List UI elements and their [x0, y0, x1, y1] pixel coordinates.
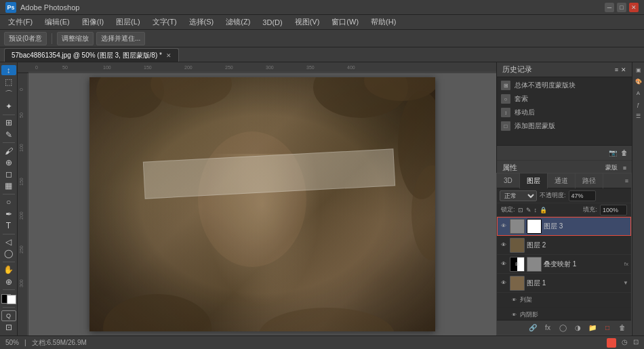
history-camera-icon[interactable]: 📷 [609, 149, 617, 157]
layers-panel-menu-icon[interactable]: ≡ [622, 178, 631, 184]
gradient-tool[interactable]: ▦ [1, 181, 16, 191]
toolbar-zoom-btn[interactable]: 调整缩放 [57, 32, 94, 45]
status-icon-2[interactable]: ◷ [622, 338, 628, 348]
history-item-1[interactable]: ○ 套索 [497, 92, 632, 106]
menu-view[interactable]: 视图(V) [289, 16, 325, 28]
layer-3-vis-icon[interactable]: 👁 [500, 222, 508, 230]
layer-item-2[interactable]: 👁 图层 2 [497, 236, 631, 255]
menu-image[interactable]: 图像(I) [77, 16, 109, 28]
foreground-background-colors[interactable] [1, 294, 16, 304]
lock-all-icon[interactable]: 🔒 [540, 207, 547, 213]
properties-panel-menu-icon[interactable]: ≡ [623, 165, 626, 171]
far-right-btn-5[interactable]: ☰ [634, 111, 643, 121]
status-icon-1[interactable] [607, 338, 616, 348]
history-title: 历史记录 [502, 64, 532, 75]
layers-link-btn[interactable]: 🔗 [528, 323, 538, 333]
status-zoom: 50% [5, 339, 19, 346]
layer-1-sub-1[interactable]: 👁 列架 [497, 293, 631, 308]
blend-mode-select[interactable]: 正常 [500, 190, 537, 201]
layer-item-1[interactable]: 👁 图层 1 ▼ [497, 274, 631, 293]
layer-1-sub-1-vis-icon[interactable]: 👁 [510, 296, 517, 304]
dodge-tool[interactable]: ○ [1, 197, 16, 207]
status-icon-3[interactable]: ⊡ [633, 338, 639, 348]
menu-help[interactable]: 帮助(H) [365, 16, 401, 28]
layer-item-smartobj[interactable]: 👁 ⊞ 叠变映射 1 fx [497, 255, 631, 274]
far-right-btn-1[interactable]: ▣ [634, 65, 643, 75]
layers-mask-btn[interactable]: ◯ [558, 323, 567, 333]
selection-tool[interactable]: ⬚ [1, 77, 16, 87]
menu-filter[interactable]: 滤镜(Z) [220, 16, 256, 28]
layers-adjustment-btn[interactable]: ◑ [573, 323, 582, 333]
menu-layer[interactable]: 图层(L) [110, 16, 145, 28]
menu-bar: 文件(F) 编辑(E) 图像(I) 图层(L) 文字(T) 选择(S) 滤镜(Z… [0, 15, 644, 30]
text-tool[interactable]: T [1, 220, 16, 230]
svg-text:250: 250 [225, 65, 233, 70]
layers-fx-btn[interactable]: fx [543, 323, 552, 333]
toolbar-preset-btn[interactable]: 预设(0者意 [4, 32, 47, 45]
eyedropper-tool[interactable]: ✎ [1, 129, 16, 140]
layers-new-btn[interactable]: □ [603, 323, 612, 333]
layer-1-expand-icon[interactable]: ▼ [623, 280, 628, 286]
history-trash-icon[interactable]: 🗑 [621, 149, 628, 157]
history-item-3[interactable]: □ 添加图层蒙版 [497, 119, 632, 133]
menu-window[interactable]: 窗口(W) [326, 16, 364, 28]
tab-paths[interactable]: 路径 [576, 173, 603, 188]
background-color[interactable] [7, 295, 16, 304]
far-right-btn-2[interactable]: 🎨 [634, 77, 643, 86]
tab-3d[interactable]: 3D [497, 173, 520, 188]
layer-1-sub-2-vis-icon[interactable]: 👁 [510, 311, 517, 319]
brush-tool[interactable]: 🖌 [1, 146, 16, 156]
shape-tool[interactable]: ◯ [1, 249, 16, 259]
lock-brush-icon[interactable]: ✎ [526, 207, 531, 213]
lock-position-icon[interactable]: ↕ [534, 207, 538, 213]
menu-select[interactable]: 选择(S) [184, 16, 220, 28]
zoom-tool[interactable]: ⊕ [1, 276, 16, 287]
svg-text:100: 100 [19, 144, 24, 152]
hand-tool[interactable]: ✋ [1, 265, 16, 275]
history-panel-footer: 📷 🗑 [497, 145, 632, 160]
svg-text:50: 50 [62, 65, 68, 70]
opacity-input[interactable] [569, 190, 596, 201]
screen-mode-btn[interactable]: ⊡ [1, 323, 16, 333]
menu-type[interactable]: 文字(T) [147, 16, 182, 28]
history-item-0[interactable]: ⊞ 总体不透明度蒙版块 [497, 79, 632, 92]
layer-1-sub-2[interactable]: 👁 内阴影 [497, 308, 631, 320]
history-item-2[interactable]: ↕ 移动后 [497, 106, 632, 119]
crop-tool[interactable]: ⊞ [1, 118, 16, 128]
pen-tool[interactable]: ✒ [1, 209, 16, 219]
properties-panel-type-icon: 蒙版 [605, 163, 618, 172]
lock-transparent-icon[interactable]: ⊡ [518, 207, 523, 213]
far-right-btn-4[interactable]: ƒ [634, 100, 643, 109]
layer-smartobj-vis-icon[interactable]: 👁 [500, 260, 508, 268]
move-tool[interactable]: ↕ [1, 65, 16, 75]
layer-2-vis-icon[interactable]: 👁 [500, 241, 508, 249]
app-icon: Ps [5, 2, 16, 13]
quick-mask-btn[interactable]: Q [1, 310, 16, 321]
fill-input[interactable] [600, 205, 627, 215]
menu-3d[interactable]: 3D(D) [257, 17, 287, 28]
toolbar-zoom-label: 调整缩放 [62, 34, 89, 43]
eraser-tool[interactable]: ◻ [1, 169, 16, 179]
close-button[interactable]: ✕ [629, 3, 639, 12]
history-panel-close-icon[interactable]: ✕ [621, 66, 626, 73]
toolbar-mask-btn[interactable]: 选择并遮住... [96, 32, 145, 45]
status-right-icons: ◷ ⊡ [607, 338, 639, 348]
lasso-tool[interactable]: ⌒ [1, 89, 16, 100]
magic-wand-tool[interactable]: ✦ [1, 102, 16, 112]
layers-trash-btn[interactable]: 🗑 [618, 323, 627, 333]
tab-layers[interactable]: 图层 [520, 173, 548, 188]
far-right-btn-3[interactable]: A [634, 88, 643, 98]
history-panel-menu-icon[interactable]: ≡ [615, 66, 618, 73]
layers-group-btn[interactable]: 📁 [588, 323, 597, 333]
tab-channels[interactable]: 通道 [548, 173, 576, 188]
layer-1-vis-icon[interactable]: 👁 [500, 279, 508, 287]
maximize-button[interactable]: □ [617, 3, 626, 12]
minimize-button[interactable]: ─ [605, 3, 614, 12]
path-tool[interactable]: ◁ [1, 237, 16, 247]
stamp-tool[interactable]: ⊕ [1, 157, 16, 167]
tab-close-icon[interactable]: ✕ [166, 52, 172, 59]
document-tab[interactable]: 57bac48861354.jpg @ 50% (图层 3, 图层蒙版/8) *… [4, 48, 179, 62]
layer-item-3[interactable]: 👁 图层 3 [497, 217, 631, 236]
menu-edit[interactable]: 编辑(E) [39, 16, 75, 28]
menu-file[interactable]: 文件(F) [3, 16, 38, 28]
